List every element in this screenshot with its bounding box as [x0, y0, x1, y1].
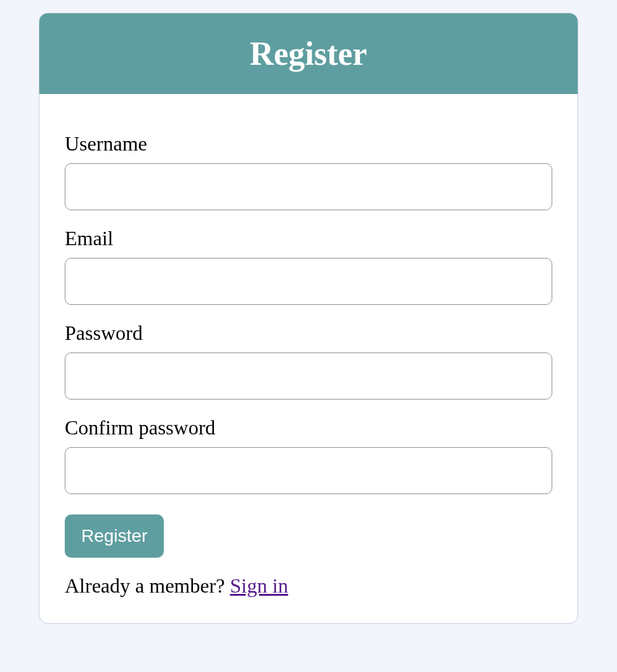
form-group-confirm-password: Confirm password: [65, 416, 552, 494]
register-card: Register Username Email Password Confirm…: [39, 13, 578, 624]
password-label: Password: [65, 321, 552, 345]
register-button[interactable]: Register: [65, 514, 164, 558]
confirm-password-label: Confirm password: [65, 416, 552, 440]
form-group-password: Password: [65, 321, 552, 400]
form-group-email: Email: [65, 227, 552, 305]
card-header: Register: [39, 13, 578, 94]
signin-prompt: Already a member? Sign in: [65, 574, 552, 598]
username-input[interactable]: [65, 163, 552, 210]
email-input[interactable]: [65, 258, 552, 305]
confirm-password-input[interactable]: [65, 447, 552, 494]
signin-link[interactable]: Sign in: [230, 574, 288, 597]
email-label: Email: [65, 227, 552, 250]
card-body: Username Email Password Confirm password…: [39, 94, 578, 623]
signin-prompt-text: Already a member?: [65, 574, 230, 597]
form-group-username: Username: [65, 132, 552, 210]
page-title: Register: [46, 35, 571, 72]
username-label: Username: [65, 132, 552, 156]
register-form: Username Email Password Confirm password…: [65, 132, 552, 598]
password-input[interactable]: [65, 353, 552, 400]
